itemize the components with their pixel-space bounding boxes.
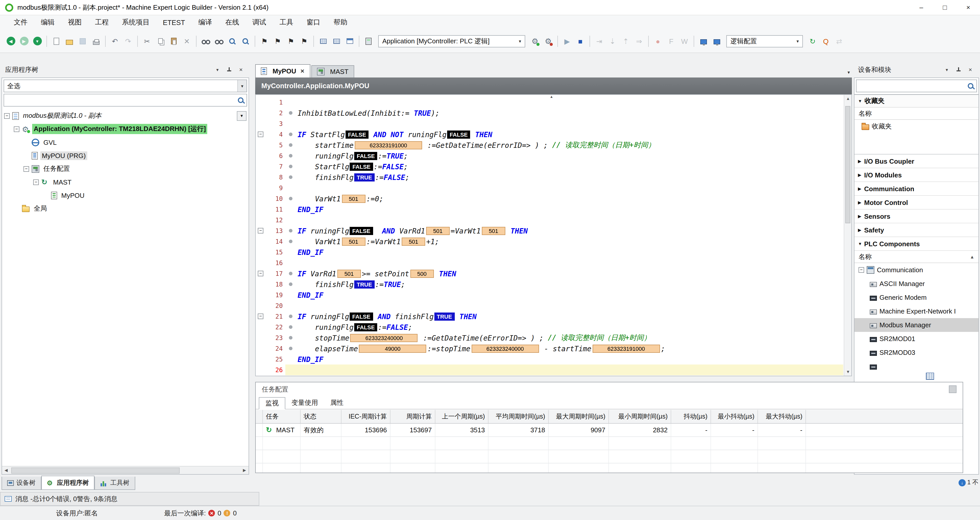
- menu-item-7[interactable]: 在线: [219, 15, 246, 30]
- watch-calculator-button[interactable]: [363, 35, 375, 47]
- device-item-generic-modem[interactable]: Generic Modem: [854, 290, 978, 304]
- scroll-right-icon[interactable]: ▶: [240, 466, 248, 474]
- active-application-combo[interactable]: Application [MyController: PLC 逻辑]▾: [378, 35, 525, 47]
- fold-collapse-icon[interactable]: −: [258, 271, 263, 276]
- splitter-handle[interactable]: ▲: [550, 95, 553, 98]
- breakpoint-dot[interactable]: [289, 165, 292, 168]
- code-text[interactable]: END_IF: [296, 205, 323, 213]
- plc-name-column-header[interactable]: 名称 ▲: [854, 251, 978, 263]
- bookmark-clear-button[interactable]: ⚑: [298, 35, 310, 47]
- watch-column-6[interactable]: 最大周期时间(µs): [549, 410, 609, 423]
- value-box[interactable]: 623323191000: [355, 141, 422, 149]
- breakpoint-dot[interactable]: [289, 175, 292, 179]
- scroll-up-icon[interactable]: ▲: [970, 254, 974, 259]
- menu-item-2[interactable]: 视图: [61, 15, 88, 30]
- watch-column-2[interactable]: IEC-周期计算: [342, 410, 390, 423]
- menu-item-4[interactable]: 系统项目: [115, 15, 156, 30]
- breakpoint-dot[interactable]: [289, 239, 292, 243]
- tab-list-dropdown-icon[interactable]: ▾: [848, 70, 850, 75]
- refresh-button[interactable]: ↻: [807, 35, 819, 47]
- code-text[interactable]: runingFlgFALSE:=TRUE;: [296, 152, 408, 160]
- close-icon[interactable]: ✕: [966, 65, 975, 75]
- editor-tab-mast[interactable]: MAST: [311, 65, 354, 78]
- menu-item-3[interactable]: 工程: [88, 15, 115, 30]
- watch-column-5[interactable]: 平均周期时间(µs): [488, 410, 549, 423]
- breakpoint-dot[interactable]: [289, 336, 292, 339]
- breakpoint-dot[interactable]: [289, 315, 292, 318]
- watch-column-4[interactable]: 上一个周期(µs): [435, 410, 488, 423]
- copy-button[interactable]: [154, 35, 166, 47]
- tree-item-mypou-prg[interactable]: MyPOU (PRG): [2, 149, 248, 162]
- code-text[interactable]: IF StartFlgFALSE AND NOT runingFlgFALSE …: [296, 130, 492, 138]
- quality-button[interactable]: Q: [820, 35, 832, 47]
- collapse-icon[interactable]: −: [33, 179, 39, 185]
- category-io-bus-coupler[interactable]: ▶I/O Bus Coupler: [854, 154, 978, 168]
- scroll-left-icon[interactable]: ◀: [2, 466, 10, 474]
- fold-collapse-icon[interactable]: −: [258, 314, 263, 319]
- corner-status-badge[interactable]: ↓ 1 不: [959, 478, 978, 487]
- maximize-button[interactable]: □: [933, 0, 956, 15]
- code-text[interactable]: END_IF: [296, 291, 323, 299]
- nav-history-button[interactable]: ▾: [31, 35, 43, 47]
- menu-item-5[interactable]: ETEST: [156, 15, 192, 30]
- code-text[interactable]: IF VarRd1501>= setPoint500 THEN: [296, 270, 456, 277]
- search-all-button[interactable]: [239, 35, 251, 47]
- step-over-button[interactable]: ⇥: [593, 35, 605, 47]
- code-text[interactable]: startTime623323191000 :=GetDateTime(eErr…: [296, 140, 655, 150]
- breakpoint-dot[interactable]: [289, 197, 292, 200]
- collapse-icon[interactable]: −: [4, 113, 10, 119]
- bool-true-box[interactable]: TRUE: [434, 312, 455, 320]
- collapse-icon[interactable]: −: [24, 166, 29, 171]
- replace-button[interactable]: [226, 35, 239, 47]
- menu-item-10[interactable]: 窗口: [300, 15, 327, 30]
- tree-item-global-folder[interactable]: 全局: [2, 202, 248, 215]
- watch-empty-row-0[interactable]: [256, 437, 963, 450]
- undo-button[interactable]: ↶: [109, 35, 121, 47]
- favorites-name-column-header[interactable]: 名称: [854, 108, 978, 120]
- watch-column-10[interactable]: 最大抖动(µs): [758, 410, 806, 423]
- value-box[interactable]: 501: [337, 270, 361, 277]
- value-box[interactable]: 501: [482, 227, 505, 235]
- sync-button[interactable]: ⇄: [833, 35, 845, 47]
- device-item-sr2mod01[interactable]: SR2MOD01: [854, 332, 978, 346]
- watch-column-3[interactable]: 周期计算: [390, 410, 435, 423]
- row-selector[interactable]: [256, 424, 263, 436]
- breakpoint-dot[interactable]: [289, 282, 292, 286]
- left-tab-0[interactable]: 设备树: [2, 477, 41, 490]
- watch-tab-0[interactable]: 监视: [259, 397, 285, 409]
- bool-false-box[interactable]: FALSE: [345, 130, 369, 138]
- pin-icon[interactable]: [954, 65, 963, 75]
- bool-false-box[interactable]: FALSE: [354, 152, 377, 160]
- menu-item-9[interactable]: 工具: [273, 15, 300, 30]
- watch-tab-1[interactable]: 变量使用: [285, 396, 324, 409]
- delete-button[interactable]: ✕: [181, 35, 193, 47]
- panel-corner-button[interactable]: [949, 385, 956, 393]
- code-text[interactable]: VarWt1501:=VarWt1501+1;: [296, 237, 439, 246]
- code-text[interactable]: finishFlgTRUE:=TRUE;: [296, 280, 405, 288]
- left-tab-1[interactable]: 应用程序树: [41, 476, 94, 490]
- watch-empty-row-1[interactable]: [256, 450, 963, 463]
- display-mode-button[interactable]: [711, 35, 723, 47]
- breakpoint-dot[interactable]: [289, 347, 292, 350]
- tree-item-dropdown[interactable]: ▾: [237, 111, 247, 120]
- value-box[interactable]: 501: [402, 237, 425, 246]
- tree-filter-combo[interactable]: 全选 ▾: [3, 79, 247, 92]
- save-button[interactable]: [76, 35, 89, 47]
- code-text[interactable]: runingFlgFALSE:=FALSE;: [296, 323, 412, 331]
- value-box[interactable]: 623323240000: [471, 344, 539, 352]
- tree-item-project[interactable]: −modbus极限测试1.0 - 副本▾: [2, 109, 248, 122]
- code-text[interactable]: finishFlgTRUE:=FALSE;: [296, 173, 410, 181]
- quick-find-button[interactable]: [213, 35, 225, 47]
- bool-true-box[interactable]: TRUE: [354, 173, 375, 181]
- value-box[interactable]: 49000: [359, 344, 426, 352]
- fold-collapse-icon[interactable]: −: [258, 132, 263, 137]
- device-item-machine-expert-network[interactable]: Machine Expert-Network I: [854, 304, 978, 318]
- watch-column-1[interactable]: 状态: [301, 410, 342, 423]
- collapse-icon[interactable]: −: [859, 267, 864, 273]
- redo-button[interactable]: ↷: [122, 35, 134, 47]
- breakpoint-dot[interactable]: [289, 133, 292, 136]
- menu-item-6[interactable]: 编译: [192, 15, 219, 30]
- search-icon[interactable]: [967, 82, 974, 89]
- breakpoint-dot[interactable]: [289, 111, 292, 115]
- close-icon[interactable]: ✕: [236, 65, 245, 75]
